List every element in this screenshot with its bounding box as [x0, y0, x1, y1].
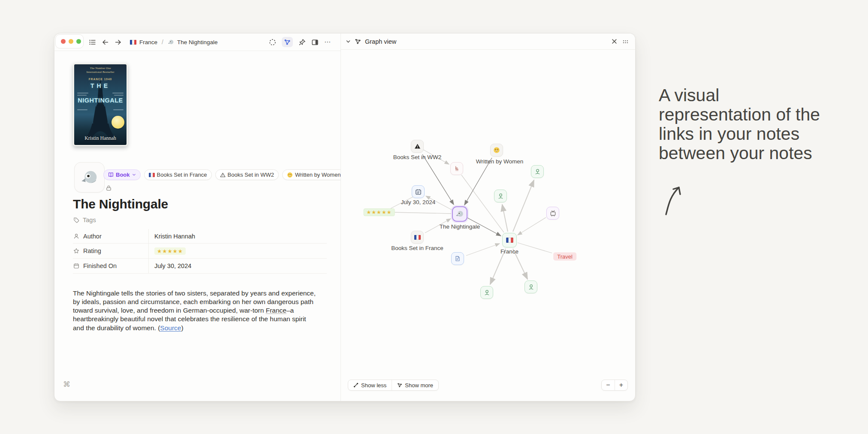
- map-pin-icon: [497, 193, 504, 199]
- graph-node-chair[interactable]: [450, 162, 463, 175]
- graph-node-date[interactable]: [412, 185, 425, 198]
- more-options-icon[interactable]: ⋯: [324, 38, 331, 46]
- properties-table: Author Kristin Hannah Rating ★★★★★ Finis…: [73, 229, 327, 274]
- curved-arrow-icon: [663, 183, 690, 217]
- breadcrumb: France / The Nightingale: [130, 39, 217, 45]
- calendar-icon: [73, 263, 79, 269]
- graph-icon: [397, 383, 402, 388]
- dove-icon: [81, 169, 99, 187]
- graph-view-toggle[interactable]: [282, 37, 293, 47]
- finished-on-value[interactable]: July 30, 2024: [148, 259, 327, 273]
- toolbar-actions: ⋯: [269, 37, 331, 47]
- tag-pill-france[interactable]: Books Set in France: [144, 169, 212, 180]
- lock-icon[interactable]: [105, 185, 112, 193]
- graph-node-written-by-women[interactable]: [490, 144, 503, 157]
- graph-node-place-4[interactable]: [524, 280, 537, 293]
- edge-icon: [353, 383, 359, 388]
- france-link[interactable]: France: [266, 307, 286, 314]
- show-less-button[interactable]: Show less: [348, 380, 392, 390]
- page-icon-box[interactable]: [74, 162, 105, 193]
- chair-icon: [454, 166, 460, 172]
- map-pin-icon: [528, 284, 534, 290]
- zoom-in-button[interactable]: +: [615, 380, 627, 390]
- author-label: Author: [83, 233, 102, 240]
- graph-node-bsf[interactable]: [411, 231, 424, 244]
- graph-depth-controls: Show less Show more: [348, 380, 439, 391]
- forward-icon[interactable]: [115, 39, 122, 46]
- object-type-label: Book: [116, 172, 130, 178]
- france-flag-icon: [130, 40, 136, 45]
- app-window: France / The Nightingale ⋯: [54, 33, 636, 401]
- note-pane: France / The Nightingale ⋯: [54, 33, 341, 401]
- caption-line: between your notes: [659, 144, 820, 163]
- map-pin-icon: [534, 169, 541, 175]
- star-icon: [73, 248, 79, 254]
- chevron-down-icon[interactable]: [346, 39, 351, 44]
- france-flag-icon: [149, 173, 155, 177]
- object-type-pill[interactable]: Book: [103, 169, 141, 180]
- drag-grid-icon[interactable]: [623, 39, 628, 44]
- tags-row[interactable]: Tags: [74, 217, 96, 223]
- calendar-icon: [415, 189, 422, 195]
- focus-mode-icon[interactable]: [269, 39, 276, 46]
- side-panel-icon[interactable]: [311, 39, 319, 46]
- property-row-finished[interactable]: Finished On July 30, 2024: [73, 259, 327, 274]
- breadcrumb-current[interactable]: The Nightingale: [177, 39, 218, 45]
- minimize-window-button[interactable]: [69, 39, 73, 44]
- graph-node-travel-tag[interactable]: Travel: [553, 253, 576, 261]
- graph-label-date[interactable]: July 30, 2024: [401, 199, 435, 205]
- graph-node-tv[interactable]: [546, 207, 559, 220]
- description-paragraph: The Nightingale tells the stories of two…: [73, 289, 318, 332]
- close-window-button[interactable]: [61, 39, 66, 44]
- author-value[interactable]: Kristin Hannah: [148, 229, 327, 243]
- graph-node-france[interactable]: [502, 233, 517, 247]
- graph-node-rating[interactable]: ★★★★★: [364, 208, 395, 216]
- close-icon[interactable]: [612, 39, 617, 44]
- tag-pill-ww2[interactable]: Books Set in WW2: [215, 169, 279, 180]
- page-title: The Nightingale: [73, 197, 168, 211]
- graph-label-france[interactable]: France: [500, 248, 518, 255]
- graph-node-document[interactable]: [451, 252, 464, 265]
- rating-label: Rating: [83, 247, 101, 254]
- zoom-out-button[interactable]: −: [602, 380, 615, 390]
- graph-label-bsf[interactable]: Books Set in France: [391, 245, 443, 251]
- caption-line: links in your notes: [659, 124, 820, 144]
- graph-label-nightingale[interactable]: The Nightingale: [440, 223, 480, 230]
- breadcrumb-parent[interactable]: France: [139, 39, 157, 45]
- person-icon: [73, 233, 79, 239]
- graph-panel: Books Set in WW2 Written by Women July 3…: [341, 33, 635, 401]
- command-shortcut-icon[interactable]: ⌘: [63, 380, 70, 389]
- property-row-rating[interactable]: Rating ★★★★★: [73, 244, 327, 259]
- cover-setting: FRANCE 1940: [74, 78, 127, 81]
- fullscreen-window-button[interactable]: [76, 39, 81, 44]
- graph-node-ww2[interactable]: [411, 140, 424, 153]
- map-pin-icon: [484, 289, 490, 296]
- document-icon: [455, 256, 461, 262]
- graph-label-written-by-women[interactable]: Written by Women: [476, 158, 524, 165]
- graph-canvas[interactable]: Books Set in WW2 Written by Women July 3…: [341, 33, 635, 401]
- tag-pill-women[interactable]: Written by Women: [282, 169, 341, 180]
- graph-node-place-2[interactable]: [494, 190, 507, 202]
- note-content: The Number One International Bestseller …: [73, 63, 327, 146]
- graph-zoom-controls: − +: [601, 380, 628, 391]
- graph-node-nightingale[interactable]: [452, 206, 467, 222]
- chevron-down-icon: [132, 173, 136, 177]
- graph-icon: [284, 39, 291, 45]
- graph-node-place-3[interactable]: [480, 286, 493, 299]
- source-link[interactable]: Source: [160, 324, 181, 332]
- finished-on-label: Finished On: [83, 262, 117, 269]
- book-cover[interactable]: The Number One International Bestseller …: [73, 63, 128, 146]
- rating-stars[interactable]: ★★★★★: [154, 247, 186, 255]
- tags-label: Tags: [83, 217, 96, 223]
- graph-panel-title: Graph view: [365, 38, 396, 45]
- pin-icon[interactable]: [298, 39, 306, 46]
- cover-tagline-1: The Number One: [74, 66, 127, 70]
- graph-label-ww2[interactable]: Books Set in WW2: [393, 154, 442, 160]
- property-row-author[interactable]: Author Kristin Hannah: [73, 229, 327, 244]
- back-icon[interactable]: [102, 39, 109, 46]
- list-icon[interactable]: [89, 39, 96, 46]
- graph-node-place-1[interactable]: [531, 165, 544, 178]
- show-more-button[interactable]: Show more: [392, 380, 438, 390]
- graph-icon: [355, 38, 361, 45]
- marketing-caption: A visual representation of the links in …: [659, 86, 820, 163]
